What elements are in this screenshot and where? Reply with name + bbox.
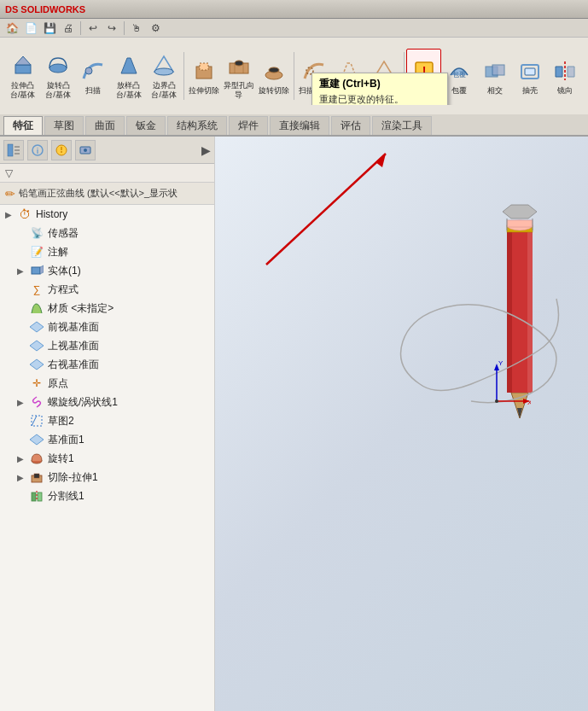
svg-marker-1: [15, 56, 31, 65]
tree-formula[interactable]: ∑ 方程式: [0, 280, 214, 299]
extrude-boss-icon: [9, 52, 37, 79]
left-panel: i ▶ ▽ ✏ 铅: [0, 137, 215, 711]
tree-topplane[interactable]: 上视基准面: [0, 336, 214, 355]
tree-rightplane[interactable]: 右视基准面: [0, 355, 214, 374]
property-manager-btn[interactable]: i: [27, 140, 48, 160]
new-btn[interactable]: 📄: [22, 20, 39, 37]
title-bar: DS SOLIDWORKS: [0, 0, 588, 19]
helix-expand-icon: ▶: [17, 398, 29, 407]
save-btn[interactable]: 💾: [41, 20, 58, 37]
settings-btn[interactable]: ⚙: [147, 20, 164, 37]
loft-boss-btn[interactable]: 放样凸台/基体: [111, 49, 146, 103]
revolve-boss-btn[interactable]: 旋转凸台/基体: [40, 49, 75, 103]
viewport[interactable]: X Y: [215, 137, 588, 711]
revolve-boss-label: 旋转凸台/基体: [42, 81, 73, 100]
svg-text:X: X: [527, 399, 531, 406]
svg-point-3: [85, 67, 92, 74]
feature-tree[interactable]: ▶ ⏱ History 📡 传感器 📝 注解 ▶ 实体(1): [0, 205, 214, 711]
refplane1-icon: [29, 432, 44, 447]
refplane1-label: 基准面1: [48, 433, 84, 447]
intersect-btn[interactable]: 相交: [477, 49, 512, 103]
revolve1-icon: [29, 451, 44, 466]
tree-solid[interactable]: ▶ 实体(1): [0, 261, 214, 280]
tree-helix[interactable]: ▶ 螺旋线/涡状线1: [0, 393, 214, 411]
cursor-btn[interactable]: 🖱: [128, 20, 145, 37]
intersect-label: 相交: [487, 86, 503, 96]
frontplane-icon: [29, 319, 44, 335]
intersect-icon: [481, 57, 509, 85]
extrude-boss-label: 拉伸凸台/基体: [7, 81, 38, 100]
hole-wizard-btn[interactable]: 异型孔向导: [221, 49, 256, 103]
svg-rect-27: [8, 144, 13, 156]
extrude-cut-icon: [190, 57, 218, 85]
boundary-boss-btn[interactable]: 边界凸台/基体: [147, 49, 182, 103]
svg-rect-48: [34, 474, 39, 478]
home-btn[interactable]: 🏠: [3, 20, 20, 37]
note-icon: 📝: [29, 244, 44, 259]
tab-sheetmetal[interactable]: 钣金: [126, 116, 166, 135]
topplane-label: 上视基准面: [48, 339, 99, 353]
undo-btn[interactable]: ↩: [84, 20, 102, 37]
tree-frontplane[interactable]: 前视基准面: [0, 318, 214, 336]
rightplane-icon: [29, 357, 44, 372]
tab-sketch[interactable]: 草图: [44, 116, 84, 135]
tree-header: ✏ 铅笔画正弦曲线 (默认<<默认>_显示状: [0, 183, 214, 205]
frontplane-label: 前视基准面: [48, 320, 99, 335]
extrude-cut-btn[interactable]: 拉伸切除: [186, 49, 221, 103]
tab-render[interactable]: 渲染工具: [372, 116, 432, 135]
shell-label: 抽壳: [522, 86, 538, 96]
print-btn[interactable]: 🖨: [60, 20, 77, 37]
tree-sketch2[interactable]: 草图2: [0, 411, 214, 430]
hole-wizard-label: 异型孔向导: [223, 81, 254, 100]
svg-rect-43: [32, 416, 42, 426]
mirror-btn[interactable]: 镜向: [548, 49, 583, 103]
tree-refplane1[interactable]: 基准面1: [0, 430, 214, 449]
tab-features[interactable]: 特征: [3, 116, 43, 135]
tree-sensor[interactable]: 📡 传感器: [0, 224, 214, 242]
solid-expand-icon: ▶: [17, 266, 29, 276]
top-icon-row: 🏠 📄 💾 🖨 ↩ ↪ 🖱 ⚙: [0, 19, 588, 38]
svg-point-12: [269, 67, 279, 73]
formula-label: 方程式: [48, 283, 79, 297]
extrude-boss-btn[interactable]: 拉伸凸台/基体: [5, 49, 40, 103]
panel-expand-btn[interactable]: ▶: [201, 143, 211, 157]
shell-btn[interactable]: 抽壳: [512, 49, 547, 103]
tree-history[interactable]: ▶ ⏱ History: [0, 205, 214, 224]
loft-boss-icon: [115, 52, 143, 79]
part-icon: ✏: [5, 187, 15, 201]
tree-note[interactable]: 📝 注解: [0, 242, 214, 261]
svg-rect-8: [200, 63, 208, 70]
sweep-btn[interactable]: 扫描: [76, 49, 111, 103]
tab-weld[interactable]: 焊件: [229, 116, 268, 135]
config-manager-btn[interactable]: [51, 140, 72, 160]
redo-btn[interactable]: ↪: [103, 20, 120, 37]
svg-rect-59: [507, 220, 533, 227]
mirror-icon: [551, 57, 579, 85]
helix-icon: [29, 394, 44, 410]
tree-origin[interactable]: ✛ 原点: [0, 374, 214, 393]
cut1-label: 切除-拉伸1: [48, 470, 98, 485]
display-manager-btn[interactable]: [75, 140, 96, 160]
sweep-icon: [79, 57, 107, 85]
tree-cut1[interactable]: ▶ 切除-拉伸1: [0, 468, 214, 487]
svg-point-6: [154, 68, 173, 75]
tab-evaluate[interactable]: 评估: [331, 116, 370, 135]
tooltip-popup: 重建 (Ctrl+B) 重建已更改的特征。: [311, 73, 448, 105]
tree-revolve1[interactable]: ▶ 旋转1: [0, 449, 214, 468]
wrap-label: 包覆: [451, 86, 467, 96]
revolve-cut-btn[interactable]: 旋转切除: [257, 49, 292, 103]
revolve-cut-label: 旋转切除: [259, 86, 289, 96]
tree-material[interactable]: 材质 <未指定>: [0, 299, 214, 318]
tab-direct-edit[interactable]: 直接编辑: [270, 116, 329, 135]
svg-marker-26: [568, 67, 574, 77]
extrude-cut-label: 拉伸切除: [189, 86, 219, 96]
svg-text:Y: Y: [498, 359, 504, 367]
tree-split1[interactable]: 分割线1: [0, 487, 214, 505]
svg-text:包覆: 包覆: [452, 71, 466, 79]
feature-manager-btn[interactable]: [3, 140, 24, 160]
sketch2-label: 草图2: [48, 414, 74, 428]
sweep-label: 扫描: [85, 86, 101, 96]
tab-surface[interactable]: 曲面: [85, 116, 125, 135]
svg-marker-39: [40, 265, 44, 274]
tab-structure[interactable]: 结构系统: [167, 116, 227, 135]
